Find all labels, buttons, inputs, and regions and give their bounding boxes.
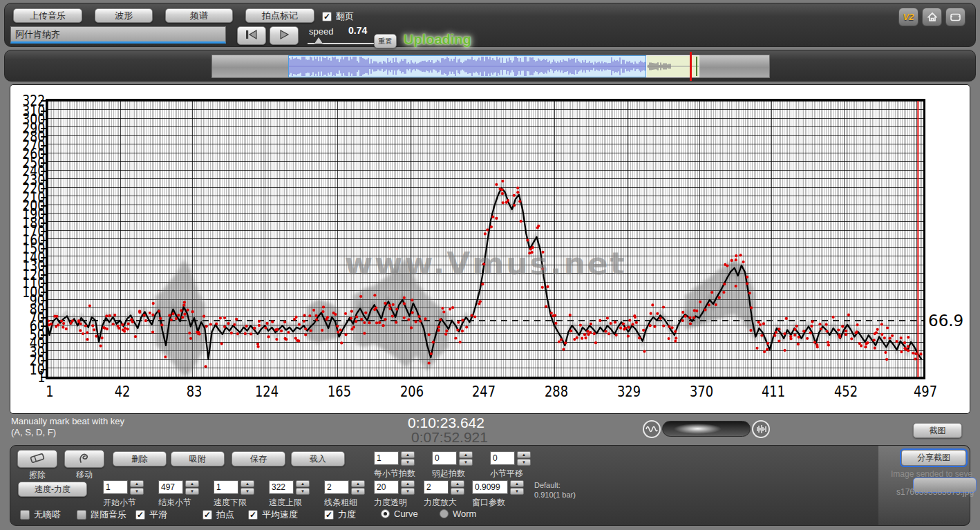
spinner-up-button[interactable]: ▲ — [241, 480, 254, 487]
spinner-input[interactable] — [374, 451, 399, 465]
checkbox-力度[interactable]: ✓力度 — [324, 509, 356, 521]
skip-start-button[interactable] — [237, 26, 266, 45]
spinner-down-button[interactable]: ▼ — [517, 459, 531, 466]
spinner-input[interactable] — [490, 451, 515, 465]
v2-button[interactable]: V2 — [898, 8, 918, 26]
x-tick-label: 1 — [46, 384, 53, 400]
track-title-input[interactable] — [10, 26, 226, 44]
click-sound-icon[interactable] — [643, 420, 661, 438]
window-controls: V2 — [898, 8, 965, 26]
x-tick-label: 288 — [545, 384, 568, 400]
spinner-up-button[interactable]: ▲ — [351, 480, 365, 487]
spinner-down-button[interactable]: ▼ — [451, 488, 464, 495]
spinner-down-button[interactable]: ▼ — [510, 488, 524, 495]
toolbar-button-4[interactable]: 拍点标记 — [245, 8, 314, 23]
spinner-up-button[interactable]: ▲ — [459, 451, 473, 458]
x-tick-label: 370 — [690, 384, 713, 400]
checkbox-check-icon: ✓ — [322, 12, 332, 21]
music-sound-icon[interactable] — [752, 420, 770, 438]
spinner-up-button[interactable]: ▲ — [185, 480, 199, 487]
toolbar-button-2[interactable]: 波形 — [95, 8, 153, 23]
spinner-input[interactable] — [374, 480, 399, 494]
checkbox-平均速度[interactable]: ✓平均速度 — [248, 509, 298, 521]
action-button-1[interactable]: 删除 — [113, 451, 167, 466]
waveform-graph — [289, 56, 646, 77]
radio-dot — [440, 509, 449, 518]
mode-button[interactable]: 速度-力度 — [18, 482, 87, 497]
spinner-up-button[interactable]: ▲ — [296, 480, 310, 487]
spinner-input[interactable] — [424, 480, 449, 494]
pageturn-label: 翻页 — [336, 10, 354, 23]
checkbox-box: ✓ — [135, 510, 145, 520]
topbar: 上传音乐波形频谱拍点标记 ✓ 翻页 V2 speed 0.74 重置 Uploa… — [4, 3, 976, 47]
spinner-up-button[interactable]: ▲ — [401, 451, 415, 458]
home-button[interactable] — [922, 8, 942, 26]
checkbox-拍点[interactable]: ✓拍点 — [202, 509, 234, 521]
spinner-up-button[interactable]: ▲ — [510, 480, 524, 487]
spinner-input[interactable] — [472, 480, 508, 494]
checkbox-跟随音乐[interactable]: ✓跟随音乐 — [77, 509, 126, 521]
checkbox-无嘀嗒[interactable]: ✓无嘀嗒 — [20, 509, 61, 521]
spinner-label: 线条粗细 — [324, 497, 357, 509]
spinner-down-button[interactable]: ▼ — [130, 488, 144, 495]
spinner-buttons: ▲▼ — [459, 451, 473, 466]
spinner-小节平移: ▲▼ — [490, 451, 531, 466]
plot-area[interactable]: www.Vmus.net — [46, 99, 925, 379]
spinner-up-button[interactable]: ▲ — [451, 480, 464, 487]
spinner-down-button[interactable]: ▼ — [401, 459, 415, 466]
toolbar-button-3[interactable]: 频谱 — [165, 8, 233, 23]
spinner-down-button[interactable]: ▼ — [241, 488, 254, 495]
fullscreen-button[interactable] — [945, 8, 965, 26]
spinner-down-button[interactable]: ▼ — [459, 459, 473, 466]
action-button-3[interactable]: 保存 — [232, 451, 285, 466]
spinner-input[interactable] — [269, 480, 294, 494]
tool-button-eraser[interactable] — [17, 450, 57, 468]
playhead-marker[interactable] — [690, 52, 692, 81]
checkbox-box: ✓ — [324, 510, 334, 520]
share-screenshot-button[interactable]: 分享截图 — [901, 450, 966, 466]
waveform-strip[interactable] — [211, 55, 770, 78]
spinner-input[interactable] — [103, 480, 128, 494]
spinner-buttons: ▲▼ — [401, 451, 415, 466]
pageturn-checkbox[interactable]: ✓ 翻页 — [322, 10, 354, 23]
toolbar-button-1[interactable]: 上传音乐 — [13, 8, 82, 23]
checkbox-label: 平均速度 — [262, 509, 298, 521]
spinner-down-button[interactable]: ▼ — [185, 488, 199, 495]
spinner-up-button[interactable]: ▲ — [401, 480, 415, 487]
action-button-2[interactable]: 吸附 — [171, 451, 225, 466]
reset-speed-button[interactable]: 重置 — [374, 34, 397, 48]
checkbox-box: ✓ — [248, 510, 258, 520]
home-icon — [927, 12, 938, 22]
checkbox-label: 平滑 — [149, 509, 167, 521]
spinner-down-button[interactable]: ▼ — [296, 488, 310, 495]
click-music-balance-slider[interactable] — [662, 421, 751, 437]
x-tick-label: 452 — [834, 384, 858, 400]
spinner-up-button[interactable]: ▲ — [130, 480, 144, 487]
spinner-down-button[interactable]: ▼ — [351, 488, 365, 495]
spinner-buttons: ▲▼ — [241, 480, 254, 495]
checkbox-平滑[interactable]: ✓平滑 — [135, 509, 167, 521]
checkbox-box: ✓ — [77, 510, 86, 520]
action-button-4[interactable]: 载入 — [291, 451, 345, 466]
spinner-up-button[interactable]: ▲ — [517, 451, 531, 458]
spinner-input[interactable] — [158, 480, 183, 494]
x-tick-label: 206 — [400, 384, 424, 400]
spinner-速度下限: ▲▼ — [214, 480, 254, 495]
radio-curve[interactable]: Curve — [381, 509, 418, 519]
spinner-buttons: ▲▼ — [185, 480, 199, 495]
spinner-down-button[interactable]: ▼ — [401, 488, 415, 495]
spinner-buttons: ▲▼ — [451, 480, 464, 495]
tool-button-move[interactable] — [64, 450, 104, 468]
loop-end-marker[interactable] — [696, 57, 697, 76]
checkbox-label: 跟随音乐 — [91, 509, 126, 521]
play-button[interactable] — [270, 26, 299, 45]
skip-start-icon — [244, 29, 259, 40]
waveform-selection[interactable] — [288, 55, 646, 77]
speed-slider-thumb[interactable] — [314, 37, 323, 44]
screenshot-button[interactable]: 截图 — [913, 423, 962, 438]
spinner-input[interactable] — [214, 480, 238, 494]
radio-worm[interactable]: Worm — [440, 509, 476, 519]
spinner-input[interactable] — [432, 451, 457, 465]
x-tick-label: 165 — [328, 384, 351, 400]
spinner-input[interactable] — [324, 480, 349, 494]
